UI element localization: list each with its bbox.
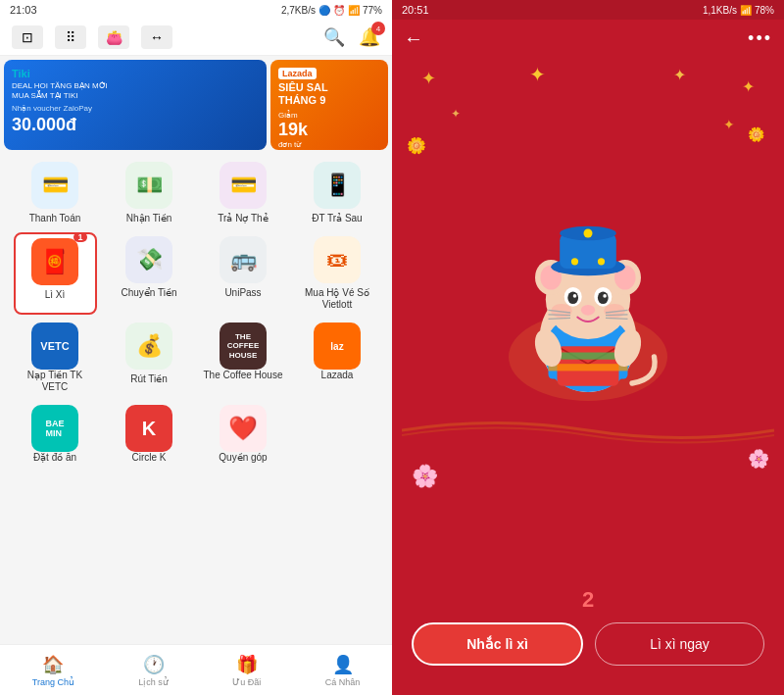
flower-icon-3: 🌼: [407, 136, 426, 155]
firework-icon-5: ✦: [529, 63, 546, 86]
qr-scan-icon[interactable]: ⊡: [12, 25, 43, 49]
grid-item-lixi[interactable]: 1 🧧 Lì Xì: [14, 232, 97, 315]
back-button[interactable]: ←: [404, 27, 423, 50]
signal-left: 2,7KB/s: [281, 5, 316, 16]
coffee-house-icon: THECOFFEEHOUSE: [220, 323, 267, 370]
mouse-svg: [500, 215, 676, 411]
dt-tra-sau-label: ĐT Trả Sau: [312, 213, 362, 224]
grid-icon[interactable]: ⠿: [55, 25, 86, 49]
thanh-toan-icon: 💳: [31, 162, 78, 209]
grid-item-nhan-tien[interactable]: 💵 Nhận Tiền: [108, 158, 191, 228]
coffee-house-label: The Coffee House: [204, 370, 283, 381]
battery-right: 78%: [755, 5, 774, 16]
nhan-tien-label: Nhận Tiền: [126, 213, 172, 224]
festive-area: ✦ ✦ ✦ ✦ ✦ ✦ 🌸 🌸 🌼 🌼: [392, 58, 784, 568]
grid-item-thanh-toan[interactable]: 💳 Thanh Toán: [14, 158, 97, 228]
nav-lich-su[interactable]: 🕐 Lịch sử: [138, 654, 169, 687]
wallet-icon[interactable]: 👛: [98, 25, 129, 49]
notification-icon[interactable]: 🔔 4: [359, 26, 380, 48]
svg-point-28: [598, 258, 605, 265]
grid-item-empty: [296, 401, 379, 468]
dt-tra-sau-icon: 📱: [314, 162, 361, 209]
grid-row-4: BAEMIN Đặt đồ ăn K Circle K ❤️ Quyền góp: [8, 401, 384, 468]
nav-ca-nhan[interactable]: 👤 Cá Nhân: [325, 654, 361, 687]
battery-left: 77%: [363, 5, 382, 16]
grid-item-coffee-house[interactable]: THECOFFEEHOUSE The Coffee House: [202, 319, 285, 397]
remind-lixi-button[interactable]: Nhắc lì xì: [412, 622, 583, 666]
flower-icon-1: 🌸: [412, 464, 438, 489]
send-lixi-button[interactable]: Lì xì ngay: [595, 622, 764, 666]
mua-ho-ve-icon: 🎟: [314, 236, 361, 283]
status-bar-left: 21:03 2,7KB/s 🔵 ⏰ 📶 77%: [0, 0, 392, 20]
svg-line-34: [606, 318, 628, 319]
svg-point-17: [598, 291, 609, 304]
baemin-icon: BAEMIN: [31, 405, 78, 452]
lazada-banner[interactable]: Lazada SIÊU SALTHÁNG 9 Giảm 19k đơn từ: [270, 60, 388, 150]
chuyen-tien-label: Chuyển Tiền: [121, 287, 176, 299]
grid-item-chuyen-tien[interactable]: 💸 Chuyển Tiền: [108, 232, 191, 315]
transfer-icon[interactable]: ↔: [141, 25, 172, 49]
mouse-character: [461, 185, 715, 440]
unipass-icon: 🚌: [220, 236, 267, 283]
grid-item-vetc[interactable]: VETC Nạp Tiền TK VETC: [14, 319, 97, 397]
more-options-button[interactable]: •••: [748, 28, 772, 49]
tra-no-the-label: Trả Nợ Thẻ: [218, 213, 268, 224]
lixi-icon: 🧧: [31, 238, 78, 285]
grid-row-1: 💳 Thanh Toán 💵 Nhận Tiền 💳 Trả Nợ Thẻ 📱 …: [8, 158, 384, 228]
lazada-grid-icon: laz: [314, 323, 361, 370]
time-left: 21:03: [10, 4, 37, 16]
grid-item-dt-tra-sau[interactable]: 📱 ĐT Trả Sau: [296, 158, 379, 228]
wifi-icon: 📶: [348, 5, 360, 16]
svg-point-19: [603, 294, 607, 298]
grid-item-quyen-gop[interactable]: ❤️ Quyền góp: [202, 401, 285, 468]
grid-item-mua-ho-ve[interactable]: 🎟 Mua Hộ Vé Số Vietlott: [296, 232, 379, 315]
lazada-discount: Giảm: [278, 111, 380, 120]
lazada-label: Lazada: [321, 370, 354, 381]
svg-point-18: [573, 294, 577, 298]
nav-ca-nhan-label: Cá Nhân: [325, 677, 361, 687]
vetc-label: Nạp Tiền TK VETC: [16, 370, 95, 393]
firework-icon-2: ✦: [742, 77, 755, 96]
firework-icon-6: ✦: [673, 66, 686, 84]
svg-line-31: [549, 318, 571, 319]
grid-section: 💳 Thanh Toán 💵 Nhận Tiền 💳 Trả Nợ Thẻ 📱 …: [0, 154, 392, 644]
grid-row-2: 1 🧧 Lì Xì 💸 Chuyển Tiền 🚌 UniPass 🎟 Mua …: [8, 232, 384, 315]
grid-item-lazada[interactable]: laz Lazada: [296, 319, 379, 397]
buttons-area: 2 Nhắc lì xì Lì xì ngay: [392, 568, 784, 695]
search-icon[interactable]: 🔍: [323, 26, 345, 48]
firework-icon-3: ✦: [451, 107, 461, 121]
time-right: 20:51: [402, 4, 429, 16]
grid-row-3: VETC Nạp Tiền TK VETC 💰 Rút Tiền THECOFF…: [8, 319, 384, 397]
history-icon: 🕐: [143, 654, 165, 675]
grid-item-unipass[interactable]: 🚌 UniPass: [202, 232, 285, 315]
tra-no-the-icon: 💳: [220, 162, 267, 209]
grid-item-baemin[interactable]: BAEMIN Đặt đồ ăn: [14, 401, 97, 468]
firework-icon-4: ✦: [723, 117, 735, 132]
gift-icon: 🎁: [236, 654, 258, 675]
svg-line-33: [606, 315, 628, 316]
rut-tien-icon: 💰: [125, 323, 172, 370]
grid-item-tra-no-the[interactable]: 💳 Trả Nợ Thẻ: [202, 158, 285, 228]
firework-icon-1: ✦: [421, 68, 436, 89]
chuyen-tien-icon: 💸: [125, 236, 172, 283]
status-icons-left: 2,7KB/s 🔵 ⏰ 📶 77%: [281, 5, 382, 16]
tiki-note: Nhận voucher ZaloPay: [12, 104, 259, 113]
svg-point-27: [571, 258, 578, 265]
banner-area: Tiki DEAL HOI TĂNG BẠN MỚIMUA SẮM TẠI TI…: [0, 56, 392, 154]
nhan-tien-icon: 💵: [125, 162, 172, 209]
nav-uu-dai[interactable]: 🎁 Ưu Đãi: [232, 654, 261, 687]
circlek-label: Circle K: [131, 452, 166, 464]
lixi-badge: 1: [74, 232, 86, 242]
quyen-gop-label: Quyền góp: [219, 452, 267, 464]
vetc-icon: VETC: [31, 323, 78, 370]
tiki-headline: DEAL HOI TĂNG BẠN MỚIMUA SẮM TẠI TIKI: [12, 81, 259, 102]
grid-item-rut-tien[interactable]: 💰 Rút Tiền: [108, 319, 191, 397]
nav-trang-chu[interactable]: 🏠 Trang Chủ: [32, 654, 74, 687]
grid-item-circlek[interactable]: K Circle K: [108, 401, 191, 468]
phone-right: 20:51 1,1KB/s 📶 78% ← ••• ✦ ✦ ✦ ✦ ✦ ✦ 🌸 …: [392, 0, 784, 695]
action-buttons: Nhắc lì xì Lì xì ngay: [412, 622, 764, 666]
bottom-nav: 🏠 Trang Chủ 🕐 Lịch sử 🎁 Ưu Đãi 👤 Cá Nhân: [0, 644, 392, 695]
flower-icon-2: 🌸: [748, 448, 769, 470]
nav-icons: ⊡ ⠿ 👛 ↔: [12, 25, 172, 49]
tiki-banner[interactable]: Tiki DEAL HOI TĂNG BẠN MỚIMUA SẮM TẠI TI…: [4, 60, 267, 150]
